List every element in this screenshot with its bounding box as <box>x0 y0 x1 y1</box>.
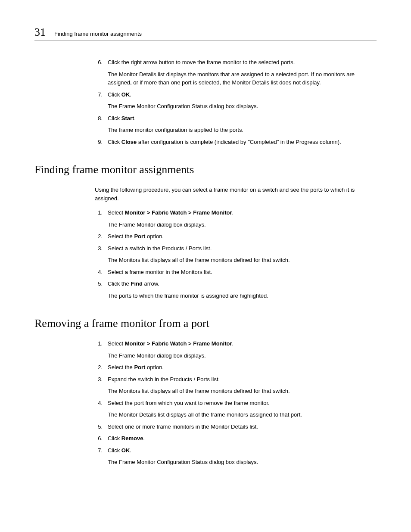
step-line: Select the Port option. <box>108 232 377 241</box>
step: 5.Select one or more frame monitors in t… <box>95 423 377 431</box>
section2-steps: 1.Select Monitor > Fabric Watch > Frame … <box>95 339 377 467</box>
step: 4.Select the port from which you want to… <box>95 399 377 419</box>
step: 1.Select Monitor > Fabric Watch > Frame … <box>95 339 377 360</box>
step-line: Click OK. <box>108 90 377 99</box>
running-title: Finding frame monitor assignments <box>54 31 142 37</box>
step-number: 9. <box>95 138 103 146</box>
step-body: Click Close after configuration is compl… <box>108 138 377 146</box>
step: 3.Select a switch in the Products / Port… <box>95 244 377 264</box>
step-line: Expand the switch in the Products / Port… <box>108 375 377 384</box>
step-body: Click OK.The Frame Monitor Configuration… <box>108 90 377 111</box>
step-body: Select one or more frame monitors in the… <box>108 423 377 431</box>
step: 1.Select Monitor > Fabric Watch > Frame … <box>95 208 377 229</box>
step-body: Click OK.The Frame Monitor Configuration… <box>108 446 377 467</box>
page-number: 31 <box>34 26 46 39</box>
step-number: 2. <box>95 363 103 372</box>
step-line: Select the port from which you want to r… <box>108 399 377 408</box>
step-body: Select Monitor > Fabric Watch > Frame Mo… <box>108 208 377 229</box>
step-number: 4. <box>95 399 103 419</box>
step-line: The Frame Monitor dialog box displays. <box>108 352 377 360</box>
step-line: Click Close after configuration is compl… <box>108 138 377 146</box>
step-body: Select a frame monitor in the Monitors l… <box>108 268 377 277</box>
step-body: Select the Port option. <box>108 363 377 372</box>
step-number: 7. <box>95 446 103 467</box>
step-line: The Monitor Details list displays all of… <box>108 411 377 419</box>
step-body: Select the port from which you want to r… <box>108 399 377 419</box>
step-number: 3. <box>95 244 103 264</box>
document-page: 31 Finding frame monitor assignments 6.C… <box>0 0 411 496</box>
step-body: Click the Find arrow.The ports to which … <box>108 280 377 300</box>
step: 2.Select the Port option. <box>95 363 377 372</box>
step-line: Click Remove. <box>108 434 377 443</box>
step-line: The ports to which the frame monitor is … <box>108 292 377 300</box>
step-line: Select the Port option. <box>108 363 377 372</box>
content-area: 6.Click the right arrow button to move t… <box>95 58 377 467</box>
section-heading-finding: Finding frame monitor assignments <box>34 163 377 176</box>
step-number: 1. <box>95 208 103 229</box>
step-line: Select a switch in the Products / Ports … <box>108 244 377 253</box>
step: 2.Select the Port option. <box>95 232 377 241</box>
step-line: Select a frame monitor in the Monitors l… <box>108 268 377 277</box>
step-number: 8. <box>95 114 103 134</box>
step-number: 3. <box>95 375 103 395</box>
step-line: The Frame Monitor dialog box displays. <box>108 221 377 229</box>
step-number: 5. <box>95 280 103 300</box>
step-line: Select Monitor > Fabric Watch > Frame Mo… <box>108 208 377 217</box>
step-line: The Frame Monitor Configuration Status d… <box>108 102 377 111</box>
step-line: Click the right arrow button to move the… <box>108 58 377 67</box>
step-body: Select Monitor > Fabric Watch > Frame Mo… <box>108 339 377 360</box>
step: 4.Select a frame monitor in the Monitors… <box>95 268 377 277</box>
step-line: The Frame Monitor Configuration Status d… <box>108 458 377 467</box>
step-line: Click the Find arrow. <box>108 280 377 288</box>
step-number: 7. <box>95 90 103 111</box>
step-line: Select one or more frame monitors in the… <box>108 423 377 431</box>
step-number: 1. <box>95 339 103 360</box>
step-body: Select the Port option. <box>108 232 377 241</box>
step-body: Expand the switch in the Products / Port… <box>108 375 377 395</box>
step-number: 4. <box>95 268 103 277</box>
step: 3.Expand the switch in the Products / Po… <box>95 375 377 395</box>
step: 7.Click OK.The Frame Monitor Configurati… <box>95 446 377 467</box>
section1-steps: 1.Select Monitor > Fabric Watch > Frame … <box>95 208 377 300</box>
step: 5.Click the Find arrow.The ports to whic… <box>95 280 377 300</box>
step-body: Click the right arrow button to move the… <box>108 58 377 87</box>
step-number: 6. <box>95 434 103 443</box>
step-body: Click Start.The frame monitor configurat… <box>108 114 377 134</box>
step-number: 5. <box>95 423 103 431</box>
step-line: The Monitors list displays all of the fr… <box>108 387 377 395</box>
step-line: The Monitor Details list displays the mo… <box>108 70 377 87</box>
step-line: Click OK. <box>108 446 377 455</box>
step-line: The frame monitor configuration is appli… <box>108 126 377 134</box>
step-number: 6. <box>95 58 103 87</box>
step: 6.Click the right arrow button to move t… <box>95 58 377 87</box>
step-body: Select a switch in the Products / Ports … <box>108 244 377 264</box>
step-line: Select Monitor > Fabric Watch > Frame Mo… <box>108 339 377 348</box>
step: 7.Click OK.The Frame Monitor Configurati… <box>95 90 377 111</box>
step: 8.Click Start.The frame monitor configur… <box>95 114 377 134</box>
top-steps: 6.Click the right arrow button to move t… <box>95 58 377 146</box>
page-header: 31 Finding frame monitor assignments <box>34 26 377 41</box>
step: 9.Click Close after configuration is com… <box>95 138 377 146</box>
step: 6.Click Remove. <box>95 434 377 443</box>
section-heading-removing: Removing a frame monitor from a port <box>34 317 377 330</box>
step-line: The Monitors list displays all of the fr… <box>108 256 377 264</box>
step-body: Click Remove. <box>108 434 377 443</box>
section1-intro: Using the following procedure, you can s… <box>95 186 377 202</box>
step-line: Click Start. <box>108 114 377 123</box>
step-number: 2. <box>95 232 103 241</box>
